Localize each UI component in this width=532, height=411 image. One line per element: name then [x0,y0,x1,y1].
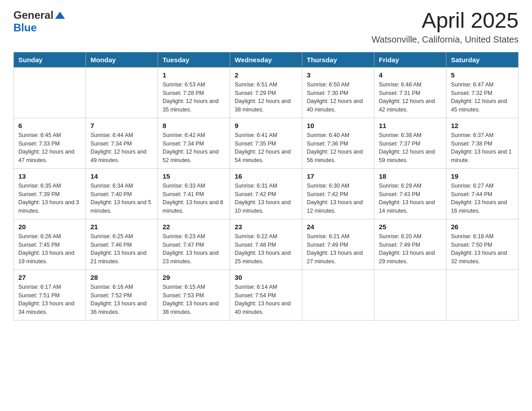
logo-top-row: General [13,9,65,21]
day-number: 9 [235,122,297,129]
day-info: Sunrise: 6:27 AMSunset: 7:44 PMDaylight:… [451,182,514,215]
day-number: 13 [18,172,81,180]
day-info: Sunrise: 6:26 AMSunset: 7:45 PMDaylight:… [18,232,81,266]
calendar-cell: 15Sunrise: 6:33 AMSunset: 7:41 PMDayligh… [158,168,230,219]
calendar-cell: 21Sunrise: 6:25 AMSunset: 7:46 PMDayligh… [86,219,158,270]
day-number: 19 [451,172,514,180]
day-number: 29 [163,274,225,281]
week-row-1: 1Sunrise: 6:53 AMSunset: 7:28 PMDaylight… [14,67,519,118]
calendar-cell: 24Sunrise: 6:21 AMSunset: 7:49 PMDayligh… [302,219,374,270]
day-number: 2 [235,71,297,79]
calendar-cell: 9Sunrise: 6:41 AMSunset: 7:35 PMDaylight… [230,118,302,168]
day-info: Sunrise: 6:40 AMSunset: 7:36 PMDaylight:… [307,131,369,165]
calendar-cell: 23Sunrise: 6:22 AMSunset: 7:48 PMDayligh… [230,219,302,270]
day-info: Sunrise: 6:31 AMSunset: 7:42 PMDaylight:… [235,182,297,215]
calendar-cell [374,270,446,320]
header-row: Sunday Monday Tuesday Wednesday Thursday… [14,52,519,67]
calendar-cell [86,67,158,118]
day-info: Sunrise: 6:38 AMSunset: 7:37 PMDaylight:… [379,131,442,165]
col-sunday: Sunday [14,52,86,67]
day-info: Sunrise: 6:44 AMSunset: 7:34 PMDaylight:… [90,131,153,165]
day-info: Sunrise: 6:41 AMSunset: 7:35 PMDaylight:… [235,131,297,165]
day-info: Sunrise: 6:45 AMSunset: 7:33 PMDaylight:… [18,131,81,165]
day-info: Sunrise: 6:16 AMSunset: 7:52 PMDaylight:… [90,283,153,317]
calendar-cell: 14Sunrise: 6:34 AMSunset: 7:40 PMDayligh… [86,168,158,219]
day-number: 18 [379,172,442,180]
calendar-cell: 17Sunrise: 6:30 AMSunset: 7:42 PMDayligh… [302,168,374,219]
calendar-cell: 20Sunrise: 6:26 AMSunset: 7:45 PMDayligh… [14,219,86,270]
calendar-cell: 1Sunrise: 6:53 AMSunset: 7:28 PMDaylight… [158,67,230,118]
calendar-cell: 6Sunrise: 6:45 AMSunset: 7:33 PMDaylight… [14,118,86,168]
day-info: Sunrise: 6:42 AMSunset: 7:34 PMDaylight:… [163,131,225,165]
calendar-cell: 30Sunrise: 6:14 AMSunset: 7:54 PMDayligh… [230,270,302,320]
calendar-cell: 22Sunrise: 6:23 AMSunset: 7:47 PMDayligh… [158,219,230,270]
col-saturday: Saturday [446,52,519,67]
calendar-cell [302,270,374,320]
col-monday: Monday [86,52,158,67]
calendar-cell: 11Sunrise: 6:38 AMSunset: 7:37 PMDayligh… [374,118,446,168]
day-number: 15 [163,172,225,180]
calendar-cell: 12Sunrise: 6:37 AMSunset: 7:38 PMDayligh… [446,118,519,168]
day-number: 20 [18,223,81,231]
title-block: April 2025 Watsonville, California, Unit… [372,9,519,45]
calendar-cell: 2Sunrise: 6:51 AMSunset: 7:29 PMDaylight… [230,67,302,118]
calendar-cell: 16Sunrise: 6:31 AMSunset: 7:42 PMDayligh… [230,168,302,219]
day-number: 7 [90,122,153,129]
day-number: 14 [90,172,153,180]
week-row-5: 27Sunrise: 6:17 AMSunset: 7:51 PMDayligh… [14,270,519,320]
day-number: 11 [379,122,442,129]
calendar-cell: 3Sunrise: 6:50 AMSunset: 7:30 PMDaylight… [302,67,374,118]
calendar-cell: 26Sunrise: 6:18 AMSunset: 7:50 PMDayligh… [446,219,519,270]
col-friday: Friday [374,52,446,67]
calendar-cell: 10Sunrise: 6:40 AMSunset: 7:36 PMDayligh… [302,118,374,168]
day-number: 1 [163,71,225,79]
day-info: Sunrise: 6:34 AMSunset: 7:40 PMDaylight:… [90,182,153,215]
calendar-cell: 5Sunrise: 6:47 AMSunset: 7:32 PMDaylight… [446,67,519,118]
week-row-2: 6Sunrise: 6:45 AMSunset: 7:33 PMDaylight… [14,118,519,168]
day-info: Sunrise: 6:14 AMSunset: 7:54 PMDaylight:… [235,283,297,317]
day-number: 24 [307,223,369,231]
day-number: 23 [235,223,297,231]
day-info: Sunrise: 6:47 AMSunset: 7:32 PMDaylight:… [451,81,514,114]
day-info: Sunrise: 6:50 AMSunset: 7:30 PMDaylight:… [307,81,369,114]
day-number: 6 [18,122,81,129]
day-info: Sunrise: 6:33 AMSunset: 7:41 PMDaylight:… [163,182,225,215]
day-number: 10 [307,122,369,129]
month-title: April 2025 [372,9,519,33]
day-number: 26 [451,223,514,231]
day-info: Sunrise: 6:53 AMSunset: 7:28 PMDaylight:… [163,81,225,114]
day-info: Sunrise: 6:29 AMSunset: 7:43 PMDaylight:… [379,182,442,215]
calendar-cell: 27Sunrise: 6:17 AMSunset: 7:51 PMDayligh… [14,270,86,320]
day-info: Sunrise: 6:20 AMSunset: 7:49 PMDaylight:… [379,232,442,266]
calendar-body: 1Sunrise: 6:53 AMSunset: 7:28 PMDaylight… [14,67,519,320]
day-info: Sunrise: 6:22 AMSunset: 7:48 PMDaylight:… [235,232,297,266]
col-tuesday: Tuesday [158,52,230,67]
day-info: Sunrise: 6:48 AMSunset: 7:31 PMDaylight:… [379,81,442,114]
logo-general-text: General [13,9,53,21]
day-info: Sunrise: 6:35 AMSunset: 7:39 PMDaylight:… [18,182,81,215]
calendar-cell: 7Sunrise: 6:44 AMSunset: 7:34 PMDaylight… [86,118,158,168]
day-info: Sunrise: 6:18 AMSunset: 7:50 PMDaylight:… [451,232,514,266]
day-number: 22 [163,223,225,231]
calendar-cell: 28Sunrise: 6:16 AMSunset: 7:52 PMDayligh… [86,270,158,320]
day-number: 8 [163,122,225,129]
calendar-table: Sunday Monday Tuesday Wednesday Thursday… [13,52,519,321]
page-header: General Blue April 2025 Watsonville, Cal… [13,9,519,45]
week-row-3: 13Sunrise: 6:35 AMSunset: 7:39 PMDayligh… [14,168,519,219]
day-number: 17 [307,172,369,180]
calendar-cell: 19Sunrise: 6:27 AMSunset: 7:44 PMDayligh… [446,168,519,219]
logo: General Blue [13,9,65,34]
day-number: 3 [307,71,369,79]
week-row-4: 20Sunrise: 6:26 AMSunset: 7:45 PMDayligh… [14,219,519,270]
col-thursday: Thursday [302,52,374,67]
day-info: Sunrise: 6:25 AMSunset: 7:46 PMDaylight:… [90,232,153,266]
calendar-cell: 25Sunrise: 6:20 AMSunset: 7:49 PMDayligh… [374,219,446,270]
day-info: Sunrise: 6:21 AMSunset: 7:49 PMDaylight:… [307,232,369,266]
calendar-cell [446,270,519,320]
day-number: 27 [18,274,81,281]
calendar-cell [14,67,86,118]
calendar-cell: 29Sunrise: 6:15 AMSunset: 7:53 PMDayligh… [158,270,230,320]
day-number: 4 [379,71,442,79]
calendar-cell: 4Sunrise: 6:48 AMSunset: 7:31 PMDaylight… [374,67,446,118]
day-info: Sunrise: 6:51 AMSunset: 7:29 PMDaylight:… [235,81,297,114]
